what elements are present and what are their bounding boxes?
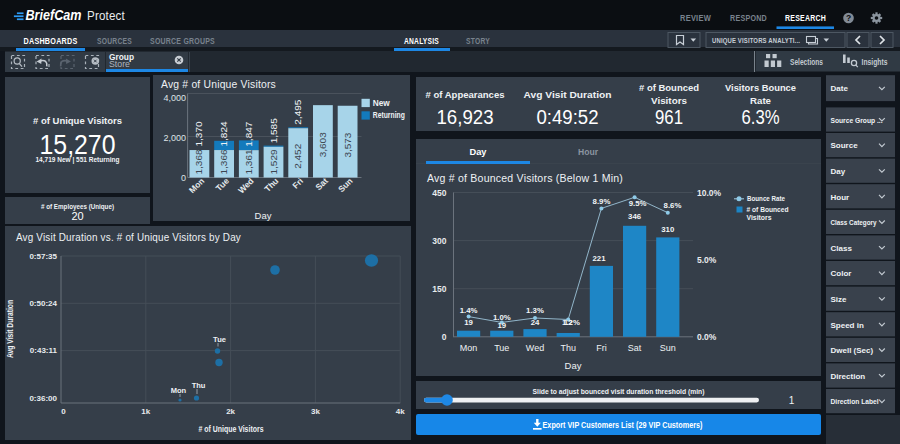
svg-text:Speed in: Speed in <box>831 321 864 330</box>
svg-text:Date: Date <box>831 84 849 93</box>
svg-text:Class Category: Class Category <box>831 218 877 227</box>
svg-text:Dwell (Sec): Dwell (Sec) <box>831 346 874 355</box>
svg-text:Class: Class <box>831 244 853 253</box>
svg-text:Source Group ...: Source Group ... <box>831 116 883 125</box>
svg-text:Direction Label: Direction Label <box>831 397 879 406</box>
svg-text:Source: Source <box>831 141 859 150</box>
svg-text:Color: Color <box>831 269 852 278</box>
svg-text:Day: Day <box>831 167 846 176</box>
svg-text:Hour: Hour <box>831 193 850 202</box>
svg-text:Direction: Direction <box>831 372 866 381</box>
svg-text:Size: Size <box>831 295 848 304</box>
